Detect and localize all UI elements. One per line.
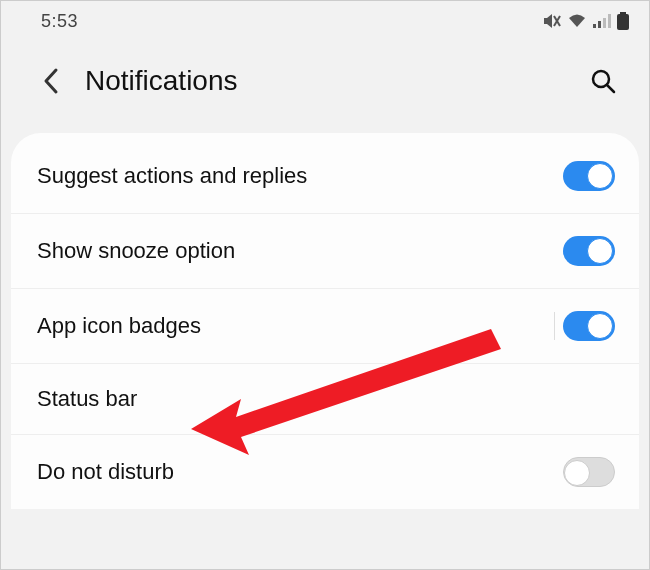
svg-rect-3 [598,21,601,28]
status-icons [543,12,629,30]
row-show-snooze[interactable]: Show snooze option [11,214,639,289]
battery-icon [617,12,629,30]
row-do-not-disturb[interactable]: Do not disturb [11,435,639,509]
search-icon [590,68,616,94]
svg-rect-5 [608,14,611,28]
toggle-suggest-actions[interactable] [563,161,615,191]
toggle-group [554,311,615,341]
svg-rect-6 [620,12,626,14]
row-label: Show snooze option [37,238,235,264]
toggle-show-snooze[interactable] [563,236,615,266]
svg-rect-2 [593,24,596,28]
mute-icon [543,13,561,29]
divider [554,312,555,340]
row-label: Do not disturb [37,459,174,485]
toggle-app-icon-badges[interactable] [563,311,615,341]
signal-icon [593,13,611,29]
svg-rect-4 [603,18,606,28]
settings-list: Suggest actions and replies Show snooze … [11,133,639,509]
row-app-icon-badges[interactable]: App icon badges [11,289,639,364]
row-status-bar[interactable]: Status bar [11,364,639,435]
app-header: Notifications [1,41,649,121]
wifi-icon [567,13,587,29]
back-button[interactable] [35,65,67,97]
page-title: Notifications [85,65,585,97]
row-label: Status bar [37,386,137,412]
svg-rect-7 [617,14,629,30]
row-label: App icon badges [37,313,201,339]
chevron-left-icon [42,67,60,95]
row-label: Suggest actions and replies [37,163,307,189]
toggle-do-not-disturb[interactable] [563,457,615,487]
search-button[interactable] [585,63,621,99]
row-suggest-actions[interactable]: Suggest actions and replies [11,139,639,214]
clock: 5:53 [41,11,78,32]
system-status-bar: 5:53 [1,1,649,41]
svg-line-9 [607,85,614,92]
